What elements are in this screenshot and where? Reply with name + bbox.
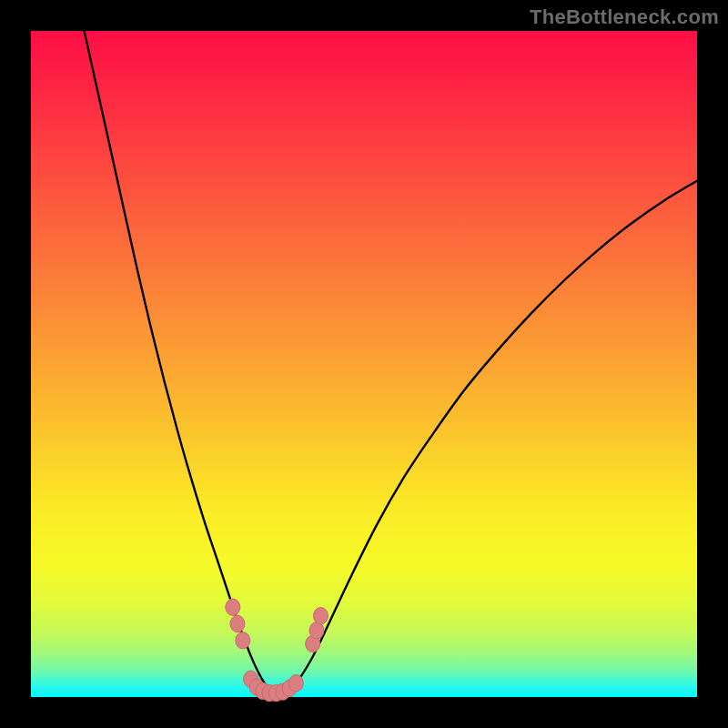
bead	[236, 632, 250, 649]
curve-overlay	[31, 31, 697, 697]
bead	[309, 622, 324, 639]
bead	[288, 674, 303, 691]
bead	[226, 599, 240, 615]
bead	[313, 608, 328, 624]
bead	[230, 615, 245, 632]
watermark-text: TheBottleneck.com	[530, 5, 719, 29]
bottleneck-curve	[85, 31, 697, 693]
outer-frame: TheBottleneck.com	[0, 0, 728, 728]
beads-group	[226, 599, 329, 702]
